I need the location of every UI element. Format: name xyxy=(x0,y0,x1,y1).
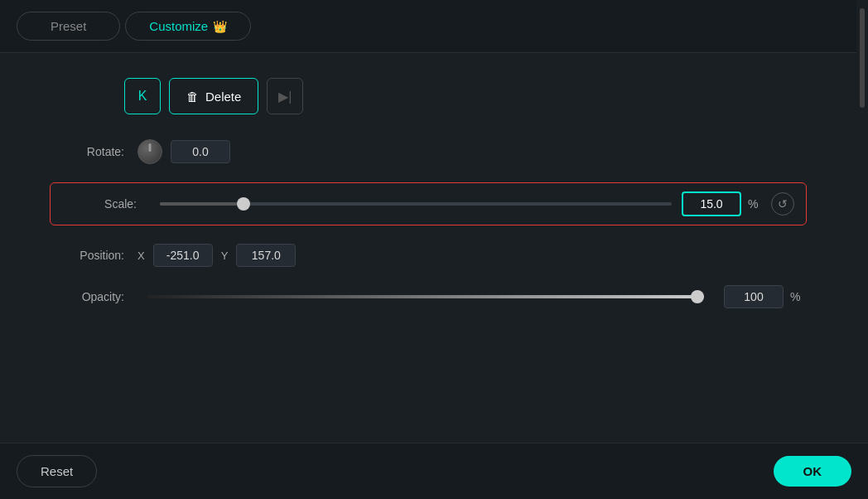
delete-icon: 🗑 xyxy=(186,90,199,104)
bottom-bar: Reset OK xyxy=(0,443,868,499)
ok-button[interactable]: OK xyxy=(774,456,852,487)
position-x-value[interactable] xyxy=(153,244,213,267)
scale-slider-thumb[interactable] xyxy=(237,197,250,211)
scale-slider-container xyxy=(160,202,672,206)
rotate-label: Rotate: xyxy=(50,145,124,158)
top-bar: Preset Customize 👑 xyxy=(0,0,868,53)
opacity-label: Opacity: xyxy=(50,290,124,303)
opacity-slider-thumb[interactable] xyxy=(691,290,704,303)
crown-icon: 👑 xyxy=(213,20,227,33)
scale-percent-label: % xyxy=(748,197,764,211)
customize-label: Customize xyxy=(149,19,208,33)
opacity-value[interactable] xyxy=(724,285,784,308)
tab-customize[interactable]: Customize 👑 xyxy=(125,12,251,41)
scale-slider-fill xyxy=(160,202,237,206)
rotate-value[interactable] xyxy=(171,140,230,163)
reset-icon: ↺ xyxy=(778,197,788,211)
scale-value[interactable] xyxy=(682,191,741,216)
opacity-percent-label: % xyxy=(790,290,807,303)
rotate-knob[interactable] xyxy=(137,139,162,164)
action-buttons: K 🗑 Delete ▶| xyxy=(124,78,807,114)
scrollbar[interactable] xyxy=(856,0,868,499)
position-row: Position: X Y xyxy=(50,244,807,267)
rotate-row: Rotate: xyxy=(50,139,807,164)
scale-label: Scale: xyxy=(62,197,137,211)
position-y-value[interactable] xyxy=(236,244,296,267)
next-icon: ▶| xyxy=(278,89,292,104)
scale-row: Scale: % ↺ xyxy=(50,182,807,225)
delete-label: Delete xyxy=(205,90,241,104)
scale-slider-track xyxy=(160,202,672,206)
opacity-slider-container xyxy=(147,295,704,298)
opacity-row: Opacity: % xyxy=(50,285,807,308)
position-xy-group: X Y xyxy=(137,244,296,267)
k-button[interactable]: K xyxy=(124,78,161,114)
next-button[interactable]: ▶| xyxy=(267,78,303,114)
y-axis-label: Y xyxy=(221,250,229,262)
scale-reset-button[interactable]: ↺ xyxy=(771,192,794,216)
main-content: K 🗑 Delete ▶| Rotate: Scale: % ↺ Positio… xyxy=(0,53,868,351)
reset-button[interactable]: Reset xyxy=(17,455,97,487)
scrollbar-thumb xyxy=(860,8,865,108)
position-label: Position: xyxy=(50,249,124,262)
delete-button[interactable]: 🗑 Delete xyxy=(169,78,258,114)
tab-preset[interactable]: Preset xyxy=(17,12,120,41)
x-axis-label: X xyxy=(137,250,145,262)
opacity-slider-track xyxy=(147,295,704,298)
